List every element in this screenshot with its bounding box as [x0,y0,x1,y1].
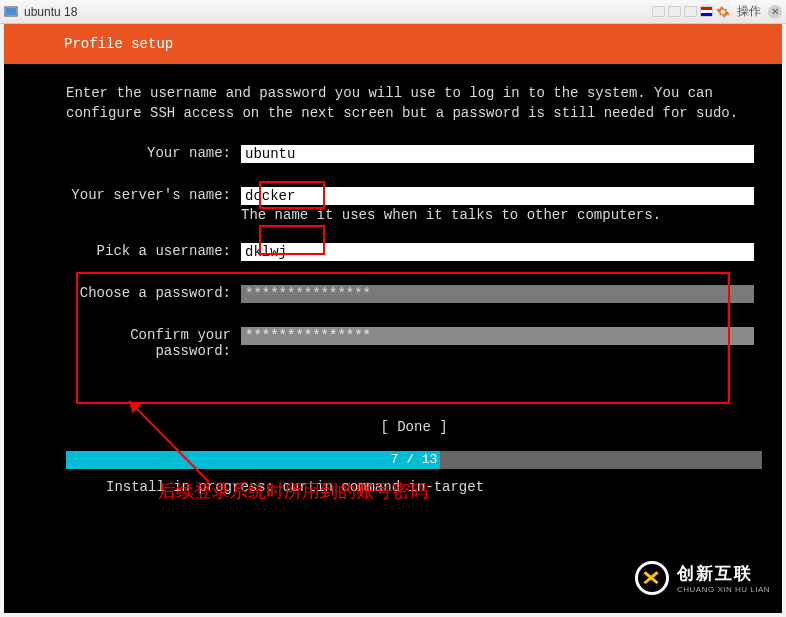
svg-rect-1 [6,8,16,15]
row-server-name: Your server's name: docker The name it u… [66,187,762,223]
titlebar-ctrl-icon[interactable] [652,6,665,17]
window-controls: 操作 ✕ [652,3,782,20]
vm-icon [4,5,18,19]
row-password: Choose a password: *************** [66,285,762,303]
titlebar-ctrl-icon[interactable] [700,6,713,17]
password-label: Choose a password: [66,285,241,301]
name-label: Your name: [66,145,241,161]
username-label: Pick a username: [66,243,241,259]
form-content: Enter the username and password you will… [4,64,782,495]
install-status: Install in progress: curtin command in-t… [66,469,762,495]
progress-bar: 7 / 13 [66,451,762,469]
server-label: Your server's name: [66,187,241,203]
titlebar-ctrl-icon[interactable] [684,6,697,17]
watermark-logo-icon: ✕ [635,561,669,595]
username-input[interactable]: dklwj [241,243,754,261]
server-input[interactable]: docker [241,187,754,205]
close-icon[interactable]: ✕ [768,5,782,19]
description-text: Enter the username and password you will… [66,84,762,123]
watermark-cn: 创新互联 [677,562,770,585]
confirm-input[interactable]: *************** [241,327,754,345]
page-title: Profile setup [4,24,782,64]
row-username: Pick a username: dklwj [66,243,762,261]
titlebar-ctrl-icon[interactable] [668,6,681,17]
done-button[interactable]: [ Done ] [66,419,762,435]
window-title: ubuntu 18 [24,5,652,19]
window-titlebar: ubuntu 18 操作 ✕ [0,0,786,24]
confirm-label: Confirm your password: [66,327,241,359]
progress-label: 7 / 13 [66,451,762,469]
watermark: ✕ 创新互联 CHUANG XIN HU LIAN [635,561,770,595]
gear-icon[interactable] [716,5,730,19]
name-input[interactable]: ubuntu [241,145,754,163]
row-your-name: Your name: ubuntu [66,145,762,163]
server-helper-text: The name it uses when it talks to other … [241,207,754,223]
terminal-screen: Profile setup Enter the username and pas… [4,24,782,613]
watermark-en: CHUANG XIN HU LIAN [677,585,770,594]
row-confirm: Confirm your password: *************** [66,327,762,359]
action-label[interactable]: 操作 [737,3,761,20]
password-input[interactable]: *************** [241,285,754,303]
